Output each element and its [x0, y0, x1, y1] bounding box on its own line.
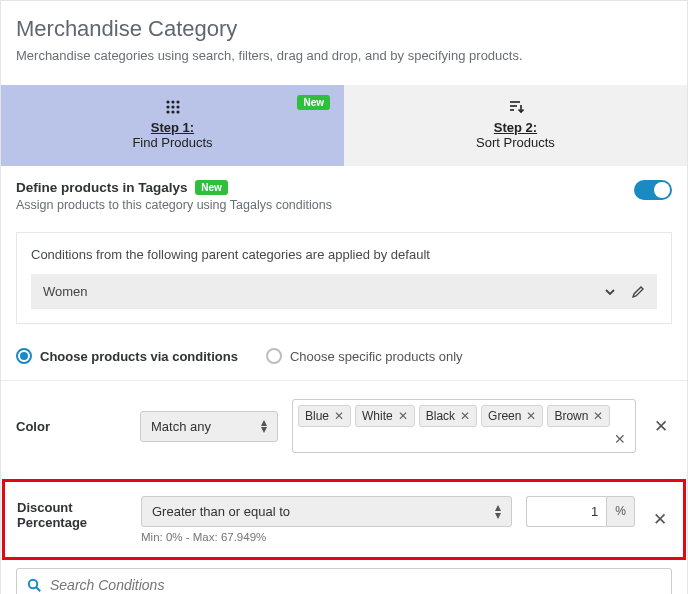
tag-label: White	[362, 409, 393, 423]
color-label: Color	[16, 419, 126, 434]
tag-label: Blue	[305, 409, 329, 423]
parent-value: Women	[43, 284, 88, 299]
discount-input[interactable]: 1	[526, 496, 606, 527]
tag-label: Green	[488, 409, 521, 423]
tag-remove-icon[interactable]: ✕	[398, 409, 408, 423]
step-1-sub: Find Products	[11, 135, 334, 150]
page-title: Merchandise Category	[16, 16, 672, 42]
radio-conditions-label: Choose products via conditions	[40, 349, 238, 364]
discount-op-select[interactable]: Greater than or equal to ▴▾	[141, 496, 512, 527]
remove-condition-button[interactable]: ✕	[650, 412, 672, 441]
step-2-sub: Sort Products	[354, 135, 677, 150]
page-subtitle: Merchandise categories using search, fil…	[16, 48, 672, 63]
step-tabs: New Step 1: Find Products Step 2: Sort P…	[1, 85, 687, 166]
grid-icon	[11, 99, 334, 118]
badge-new: New	[195, 180, 228, 195]
badge-new: New	[297, 95, 330, 110]
chevron-down-icon[interactable]	[603, 285, 617, 299]
select-value: Match any	[151, 419, 211, 434]
search-icon	[27, 578, 42, 593]
discount-hint: Min: 0% - Max: 67.949%	[141, 531, 512, 543]
discount-label: Discount Percentage	[17, 496, 127, 530]
search-conditions[interactable]	[16, 568, 672, 594]
svg-point-9	[29, 579, 37, 587]
tab-step-1[interactable]: New Step 1: Find Products	[1, 85, 344, 166]
tag: Green✕	[481, 405, 543, 427]
step-1-label: Step 1:	[151, 120, 194, 135]
color-tags[interactable]: Blue✕White✕Black✕Green✕Brown✕✕	[292, 399, 636, 453]
define-desc: Assign products to this category using T…	[16, 198, 332, 212]
svg-point-1	[171, 100, 174, 103]
parent-conditions-box: Conditions from the following parent cat…	[16, 232, 672, 324]
clear-tags-icon[interactable]: ✕	[610, 431, 630, 447]
svg-point-4	[171, 105, 174, 108]
step-2-label: Step 2:	[494, 120, 537, 135]
tab-step-2[interactable]: Step 2: Sort Products	[344, 85, 687, 166]
color-match-select[interactable]: Match any ▴▾	[140, 411, 278, 442]
svg-point-3	[166, 105, 169, 108]
radio-specific-label: Choose specific products only	[290, 349, 463, 364]
tag-label: Brown	[554, 409, 588, 423]
svg-point-0	[166, 100, 169, 103]
radio-conditions[interactable]: Choose products via conditions	[16, 348, 238, 364]
tag: White✕	[355, 405, 415, 427]
tag-label: Black	[426, 409, 455, 423]
radio-specific[interactable]: Choose specific products only	[266, 348, 463, 364]
sort-arrows-icon: ▴▾	[495, 504, 501, 518]
sort-arrows-icon: ▴▾	[261, 419, 267, 433]
remove-condition-button[interactable]: ✕	[649, 505, 671, 534]
tag-remove-icon[interactable]: ✕	[334, 409, 344, 423]
discount-unit: %	[606, 496, 635, 527]
condition-discount: Discount Percentage Greater than or equa…	[2, 479, 686, 560]
define-title: Define products in Tagalys	[16, 180, 188, 195]
tag: Blue✕	[298, 405, 351, 427]
tag-remove-icon[interactable]: ✕	[593, 409, 603, 423]
svg-point-8	[176, 110, 179, 113]
toggle-define[interactable]	[634, 180, 672, 200]
tag: Brown✕	[547, 405, 610, 427]
select-value: Greater than or equal to	[152, 504, 290, 519]
edit-icon[interactable]	[631, 285, 645, 299]
tag-remove-icon[interactable]: ✕	[460, 409, 470, 423]
radio-icon	[16, 348, 32, 364]
svg-point-2	[176, 100, 179, 103]
search-input[interactable]	[50, 577, 661, 593]
condition-color: Color Match any ▴▾ Blue✕White✕Black✕Gree…	[1, 380, 687, 471]
svg-point-5	[176, 105, 179, 108]
discount-value-group: 1 %	[526, 496, 635, 527]
radio-icon	[266, 348, 282, 364]
parent-category-select[interactable]: Women	[31, 274, 657, 309]
sort-icon	[354, 99, 677, 118]
svg-point-6	[166, 110, 169, 113]
svg-point-7	[171, 110, 174, 113]
tag-remove-icon[interactable]: ✕	[526, 409, 536, 423]
parent-title: Conditions from the following parent cat…	[31, 247, 657, 262]
tag: Black✕	[419, 405, 477, 427]
